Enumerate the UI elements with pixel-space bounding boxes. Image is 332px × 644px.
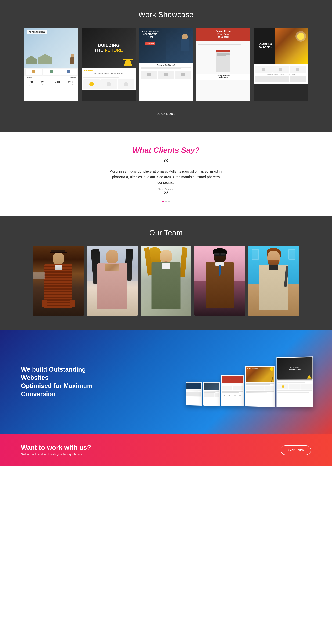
website-preview-accounting: A FULL-SERVICEACCOUNTINGFIRM Get Started… bbox=[139, 28, 193, 101]
showcase-item-2[interactable]: BUILDINGTHE FUTURE ★★★★★ Trust is just o… bbox=[82, 28, 136, 101]
testimonials-section: What Clients Say? “ Morbi in sem quis du… bbox=[0, 132, 332, 216]
preview-lg-1: WE ARE CATERING bbox=[245, 366, 275, 407]
cta-headline: We build Outstanding Websites Optimised … bbox=[21, 366, 105, 398]
bottom-cta-text: Want to work with us? Get in touch and w… bbox=[21, 444, 91, 456]
team-member-3[interactable] bbox=[141, 246, 191, 316]
quote-close-icon: ” bbox=[7, 193, 325, 196]
mock1-numbers-row: 28years 210clients 210projects 210awards bbox=[24, 79, 79, 87]
website-preview-catering: CATERINGBY DESIGN bbox=[253, 28, 308, 101]
websites-preview: Appear On theFront Page 28 210 210 bbox=[186, 356, 313, 408]
num-28: 28 bbox=[29, 80, 33, 84]
work-showcase-section: Work Showcase WE ARE CERTIFIED bbox=[0, 0, 332, 132]
team-member-2[interactable] bbox=[87, 246, 138, 316]
cta-left-content: We build Outstanding Websites Optimised … bbox=[21, 366, 166, 398]
load-more-button[interactable]: LOAD MORE bbox=[148, 110, 184, 118]
preview-md-1: Appear On theFront Page 28 210 210 bbox=[221, 375, 244, 406]
website-preview-building: BUILDINGTHE FUTURE ★★★★★ Trust is just o… bbox=[82, 28, 136, 101]
building-title: BUILDINGTHE FUTURE bbox=[94, 43, 123, 53]
num-210a: 210 bbox=[41, 80, 47, 84]
website-preview-google: Appear On theFront Pageof Google! bbox=[196, 28, 250, 101]
showcase-item-5[interactable]: CATERINGBY DESIGN bbox=[253, 28, 308, 101]
dot-1[interactable] bbox=[162, 201, 164, 202]
preview-sm-1 bbox=[186, 382, 202, 406]
website-preview-certified: WE ARE CERTIFIED bbox=[24, 28, 79, 101]
team-section: Our Team bbox=[0, 216, 332, 330]
team-member-4[interactable] bbox=[194, 246, 245, 316]
bottom-cta-subtitle: Get in touch and we'll walk you through … bbox=[21, 453, 91, 456]
dot-3[interactable] bbox=[168, 201, 170, 202]
showcase-item-4[interactable]: Appear On theFront Pageof Google! bbox=[196, 28, 250, 101]
team-member-1[interactable] bbox=[33, 246, 84, 316]
cta-right-content: Appear On theFront Page 28 210 210 bbox=[166, 358, 311, 406]
preview-xl-1: BUILDINGTHE FUTURE bbox=[276, 356, 313, 408]
num-210b: 210 bbox=[55, 80, 60, 84]
showcase-grid: WE ARE CERTIFIED bbox=[7, 28, 325, 101]
showcase-item-3[interactable]: A FULL-SERVICEACCOUNTINGFIRM Get Started… bbox=[139, 28, 193, 101]
cta-banner-section: We build Outstanding Websites Optimised … bbox=[0, 330, 332, 434]
showcase-item-1[interactable]: WE ARE CERTIFIED bbox=[24, 28, 79, 101]
testimonial-dots bbox=[7, 201, 325, 202]
num-210c: 210 bbox=[68, 80, 74, 84]
testimonial-quote: Morbi in sem quis dui placerat ornare. P… bbox=[105, 168, 227, 185]
preview-sm-2 bbox=[203, 382, 220, 406]
team-title: Our Team bbox=[7, 228, 325, 237]
get-in-touch-button[interactable]: Get in Touch bbox=[281, 446, 311, 455]
mock1-hero: WE ARE CERTIFIED bbox=[24, 28, 79, 68]
quote-open-icon: “ bbox=[7, 160, 325, 165]
testimonials-title: What Clients Say? bbox=[7, 146, 325, 154]
team-member-5[interactable] bbox=[248, 246, 299, 316]
team-grid bbox=[7, 246, 325, 316]
work-showcase-title: Work Showcase bbox=[7, 10, 325, 19]
dot-2[interactable] bbox=[165, 201, 167, 202]
bottom-cta-section: Want to work with us? Get in touch and w… bbox=[0, 434, 332, 466]
bottom-cta-title: Want to work with us? bbox=[21, 444, 91, 452]
